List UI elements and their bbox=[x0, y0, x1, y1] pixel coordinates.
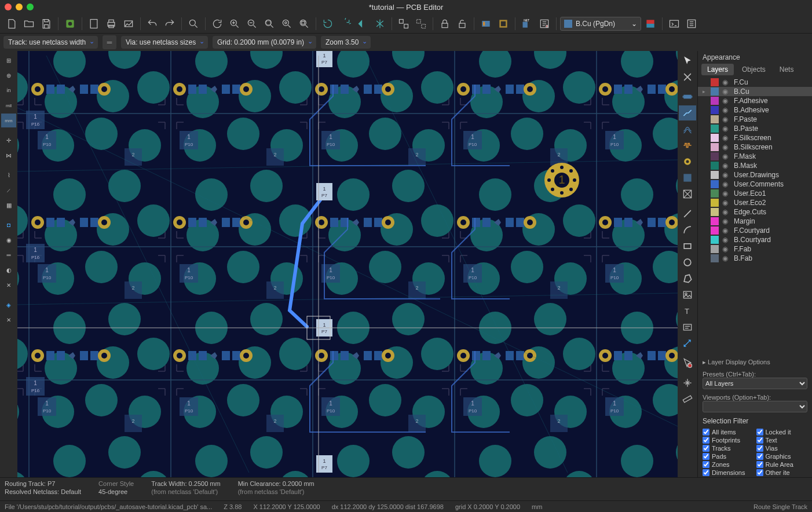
mirror-h-icon[interactable] bbox=[354, 16, 371, 32]
layer-row[interactable]: ◉B.Adhesive bbox=[698, 105, 812, 115]
place-zone-icon[interactable] bbox=[679, 170, 696, 185]
place-rule-area-icon[interactable] bbox=[679, 186, 696, 202]
filter-checkbox[interactable]: All items bbox=[703, 429, 754, 436]
route-diff-pair-icon[interactable] bbox=[679, 122, 696, 137]
preferences-icon[interactable]: ✕ bbox=[1, 313, 16, 327]
track-width-icon[interactable]: ═ bbox=[103, 35, 116, 49]
rotate-cw-icon[interactable] bbox=[337, 16, 353, 32]
layer-color-swatch[interactable] bbox=[711, 162, 719, 170]
scripting-console-icon[interactable] bbox=[666, 16, 682, 32]
via-size-select[interactable]: Via: use netclass sizes bbox=[121, 36, 208, 49]
visibility-icon[interactable]: ◉ bbox=[722, 199, 730, 207]
filter-checkbox[interactable]: Locked it bbox=[756, 429, 808, 436]
visibility-icon[interactable]: ◉ bbox=[722, 78, 730, 86]
tab-nets[interactable]: Nets bbox=[774, 64, 800, 75]
set-origin-icon[interactable] bbox=[679, 375, 696, 390]
filter-checkbox[interactable]: Rule Area bbox=[756, 461, 808, 468]
delete-icon[interactable] bbox=[679, 356, 696, 371]
rotate-ccw-icon[interactable] bbox=[320, 16, 336, 32]
layer-row[interactable]: ◉User.Comments bbox=[698, 180, 812, 189]
track-width-select[interactable]: Track: use netclass width bbox=[3, 36, 98, 49]
net-highlight-icon[interactable]: ⟋ bbox=[1, 183, 16, 197]
ratsnest-toggle-icon[interactable]: ⋈ bbox=[1, 148, 16, 162]
visibility-icon[interactable]: ◉ bbox=[722, 180, 730, 188]
visibility-icon[interactable]: ◉ bbox=[722, 236, 730, 244]
visibility-icon[interactable]: ◉ bbox=[722, 143, 730, 151]
plot-icon[interactable] bbox=[120, 16, 137, 32]
units-mil-icon[interactable]: mil bbox=[1, 98, 16, 112]
visibility-icon[interactable]: ◉ bbox=[722, 226, 730, 235]
layer-color-swatch[interactable] bbox=[711, 208, 719, 216]
visibility-icon[interactable]: ◉ bbox=[722, 189, 730, 198]
route-track-icon[interactable] bbox=[679, 105, 696, 120]
layer-row[interactable]: ◉F.Fab bbox=[698, 244, 812, 254]
layer-pairs-icon[interactable] bbox=[642, 16, 659, 32]
redo-icon[interactable] bbox=[162, 16, 178, 32]
tab-objects[interactable]: Objects bbox=[736, 64, 771, 75]
zoom-fit-icon[interactable] bbox=[261, 16, 277, 32]
grid-toggle-icon[interactable]: ⊞ bbox=[1, 53, 16, 67]
update-pcb-icon[interactable]: NET bbox=[519, 16, 535, 32]
select-tool-icon[interactable] bbox=[679, 53, 696, 68]
draw-line-icon[interactable] bbox=[679, 206, 696, 221]
layer-color-swatch[interactable] bbox=[711, 254, 719, 262]
layer-row[interactable]: ◉F.Mask bbox=[698, 152, 812, 161]
polar-toggle-icon[interactable]: ⊕ bbox=[1, 68, 16, 82]
ungroup-icon[interactable] bbox=[413, 16, 429, 32]
layer-color-swatch[interactable] bbox=[711, 143, 719, 151]
visibility-icon[interactable]: ◉ bbox=[722, 245, 730, 253]
print-icon[interactable] bbox=[103, 16, 119, 32]
layer-color-swatch[interactable] bbox=[711, 78, 719, 86]
track-display-icon[interactable]: ═ bbox=[1, 248, 16, 262]
layer-color-swatch[interactable] bbox=[711, 134, 719, 142]
viewports-select[interactable] bbox=[703, 401, 807, 412]
layer-color-swatch[interactable] bbox=[711, 115, 719, 123]
save-icon[interactable] bbox=[38, 16, 54, 32]
mirror-v-icon[interactable] bbox=[372, 16, 388, 32]
layer-color-swatch[interactable] bbox=[711, 125, 719, 133]
draw-rect-icon[interactable] bbox=[679, 239, 696, 254]
draw-poly-icon[interactable] bbox=[679, 271, 696, 286]
layer-display-options[interactable]: ▸ Layer Display Options bbox=[698, 356, 812, 368]
layer-color-swatch[interactable] bbox=[711, 199, 719, 207]
layer-color-swatch[interactable] bbox=[711, 180, 719, 188]
ratsnest-curved-icon[interactable]: ⌇ bbox=[1, 168, 16, 182]
grid-select[interactable]: Grid: 0.2000 mm (0.0079 in) bbox=[213, 36, 316, 49]
visibility-icon[interactable]: ◉ bbox=[722, 217, 730, 225]
pad-display-icon[interactable]: ◘ bbox=[1, 218, 16, 232]
visibility-icon[interactable]: ◉ bbox=[722, 152, 730, 160]
layer-row[interactable]: ◉B.Mask bbox=[698, 161, 812, 170]
visibility-icon[interactable]: ◉ bbox=[722, 134, 730, 142]
place-text-icon[interactable]: T bbox=[679, 303, 696, 319]
visibility-icon[interactable]: ◉ bbox=[722, 254, 730, 262]
place-textbox-icon[interactable] bbox=[679, 320, 696, 335]
draw-circle-icon[interactable] bbox=[679, 255, 696, 270]
lock-icon[interactable] bbox=[437, 16, 453, 32]
units-mm-icon[interactable]: mm bbox=[1, 114, 16, 127]
visibility-icon[interactable]: ◉ bbox=[722, 97, 730, 105]
measure-icon[interactable] bbox=[679, 392, 696, 407]
layer-row[interactable]: ◉Edge.Cuts bbox=[698, 207, 812, 217]
layer-color-swatch[interactable] bbox=[711, 189, 719, 198]
filter-checkbox[interactable]: Other ite bbox=[756, 469, 808, 476]
layer-list[interactable]: ◉F.Cu▸◉B.Cu◉F.Adhesive◉B.Adhesive◉F.Past… bbox=[698, 75, 812, 356]
filter-checkbox[interactable]: Text bbox=[756, 437, 808, 444]
visibility-icon[interactable]: ◉ bbox=[722, 106, 730, 114]
layer-row[interactable]: ◉B.Fab bbox=[698, 254, 812, 263]
via-display-icon[interactable]: ◉ bbox=[1, 233, 16, 247]
show-properties-icon[interactable] bbox=[683, 16, 700, 32]
footprint-editor-icon[interactable] bbox=[478, 16, 494, 32]
layer-row[interactable]: ◉B.Paste bbox=[698, 124, 812, 133]
maximize-button[interactable] bbox=[27, 3, 34, 10]
zoom-selection-icon[interactable] bbox=[296, 16, 312, 32]
filter-checkbox[interactable]: Tracks bbox=[703, 445, 754, 452]
zone-display-icon[interactable]: ▦ bbox=[1, 198, 16, 212]
layer-row[interactable]: ◉B.Silkscreen bbox=[698, 142, 812, 152]
layer-row[interactable]: ◉F.Silkscreen bbox=[698, 133, 812, 142]
tab-layers[interactable]: Layers bbox=[701, 64, 734, 75]
group-icon[interactable] bbox=[396, 16, 412, 32]
net-color-icon[interactable]: ✕ bbox=[1, 278, 16, 292]
filter-checkbox[interactable]: Footprints bbox=[703, 437, 754, 444]
layer-row[interactable]: ◉User.Eco2 bbox=[698, 198, 812, 207]
zoom-out-icon[interactable] bbox=[244, 16, 260, 32]
